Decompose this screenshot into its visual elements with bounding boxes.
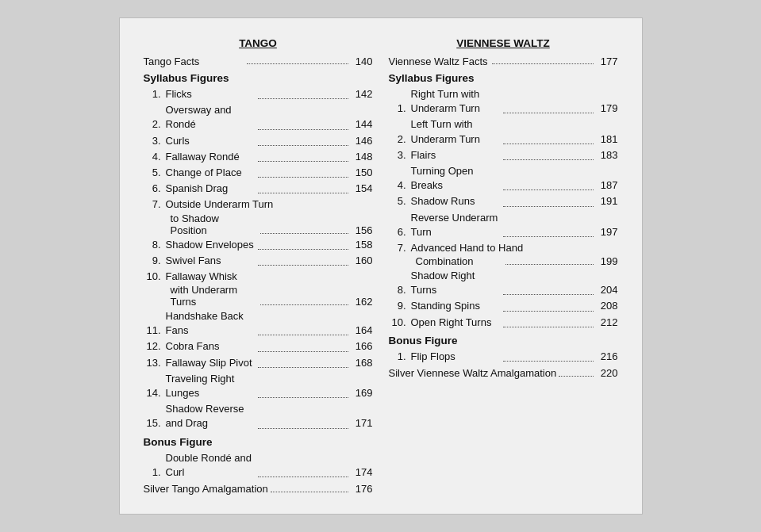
item-dots: [260, 304, 348, 305]
list-item: 3.Flairs183: [389, 148, 618, 163]
item-label: Spanish Drag: [166, 182, 256, 196]
item-dots: [258, 265, 348, 266]
list-item: 12.Cobra Fans166: [144, 339, 373, 354]
item-label: Shadow Right Turns: [411, 269, 502, 297]
tango-bonus-list: 1.Double Rondé and Curl174: [144, 451, 373, 480]
item-page: 154: [351, 182, 373, 196]
tango-bonus-heading: Bonus Figure: [144, 436, 373, 448]
list-item: 5.Change of Place150: [144, 166, 373, 180]
tango-heading: TANGO: [144, 37, 373, 49]
item-page: 199: [596, 255, 618, 267]
list-item: 9.Swivel Fans160: [144, 254, 373, 268]
item-label: Outside Underarm Turn: [166, 197, 373, 212]
item-page: 179: [596, 101, 618, 116]
item-page: 150: [351, 166, 373, 180]
item-number: 7.: [144, 197, 166, 212]
item-page: 144: [351, 117, 373, 132]
tango-column: TANGO Tango Facts 140 Syllabus Figures 1…: [144, 37, 373, 495]
item-dots: [258, 367, 348, 368]
list-item: 1.Flip Flops216: [389, 350, 618, 364]
item-number: 14.: [144, 386, 166, 400]
item-label: Cobra Fans: [166, 339, 256, 354]
viennese-waltz-amalgamation-row: Silver Viennese Waltz Amalgamation 220: [389, 367, 618, 379]
list-item: 7.Outside Underarm Turnto Shadow Positio…: [144, 197, 373, 235]
item-label: Fallaway Slip Pivot: [166, 356, 256, 370]
two-column-layout: TANGO Tango Facts 140 Syllabus Figures 1…: [144, 37, 618, 495]
item-page: 187: [596, 178, 618, 193]
list-item: 8.Shadow Right Turns204: [389, 269, 618, 297]
item-label-cont: to Shadow Position: [171, 212, 259, 236]
item-number: 10.: [389, 316, 411, 330]
viennese-waltz-syllabus-heading: Syllabus Figures: [389, 72, 618, 84]
item-dots: [258, 98, 348, 99]
item-label: Advanced Hand to Hand: [411, 241, 618, 255]
item-label: Traveling Right Lunges: [166, 372, 256, 400]
item-number: 13.: [144, 356, 166, 370]
item-number: 1.: [389, 101, 411, 116]
item-number: 10.: [144, 270, 166, 284]
item-page: 171: [351, 416, 373, 431]
viennese-waltz-amalgamation-page: 220: [596, 367, 618, 379]
item-label-cont: with Underarm Turns: [171, 284, 259, 308]
item-label: Flairs: [411, 148, 502, 163]
item-dots: [258, 193, 348, 193]
viennese-waltz-amalgamation-label: Silver Viennese Waltz Amalgamation: [389, 367, 557, 379]
item-number: 9.: [144, 254, 166, 268]
list-item: 11.Handshake Back Fans164: [144, 309, 373, 338]
item-dots: [503, 327, 594, 327]
item-dots: [503, 294, 594, 295]
item-page: 160: [351, 254, 373, 268]
item-page: 156: [351, 224, 373, 236]
item-dots: [503, 206, 594, 207]
list-item: 4.Turning Open Breaks187: [389, 164, 618, 193]
item-page: 181: [596, 132, 618, 147]
tango-bonus-section: Bonus Figure 1.Double Rondé and Curl174 …: [144, 436, 373, 495]
list-item: 4.Fallaway Rondé148: [144, 150, 373, 164]
item-number: 11.: [144, 323, 166, 338]
item-page: 174: [351, 465, 373, 480]
list-item: 15.Shadow Reverse and Drag171: [144, 402, 373, 431]
tango-facts-label: Tango Facts: [144, 55, 245, 67]
list-item: 7.Advanced Hand to HandCombination199: [389, 241, 618, 267]
item-page: 168: [351, 356, 373, 370]
item-number: 8.: [389, 283, 411, 297]
item-number: 7.: [389, 241, 411, 255]
item-number: 12.: [144, 339, 166, 354]
item-page: 191: [596, 194, 618, 209]
item-label: Shadow Reverse and Drag: [166, 402, 256, 431]
item-number: 15.: [144, 416, 166, 431]
item-label: Curls: [166, 134, 256, 148]
item-number: 4.: [144, 150, 166, 164]
item-number: 1.: [389, 350, 411, 364]
viennese-waltz-facts-label: Viennese Waltz Facts: [389, 55, 490, 67]
item-dots: [503, 159, 594, 160]
item-number: 6.: [389, 225, 411, 239]
item-label: Flicks: [166, 87, 256, 101]
tango-syllabus-heading: Syllabus Figures: [144, 72, 373, 84]
item-dots: [260, 233, 348, 234]
item-dots: [258, 249, 348, 250]
item-page: 169: [351, 386, 373, 400]
item-page: 208: [596, 299, 618, 313]
item-page: 166: [351, 339, 373, 354]
item-label: Right Turn with Underarm Turn: [411, 87, 502, 116]
item-label: Handshake Back Fans: [166, 309, 256, 338]
viennese-waltz-bonus-list: 1.Flip Flops216: [389, 350, 618, 364]
item-number: 9.: [389, 299, 411, 313]
tango-facts-dots: [247, 55, 348, 64]
item-dots: [503, 144, 594, 144]
item-label: Turning Open Breaks: [411, 164, 502, 193]
list-item: 5.Shadow Runs191: [389, 194, 618, 209]
item-label: Standing Spins: [411, 299, 502, 313]
list-item: 1.Double Rondé and Curl174: [144, 451, 373, 480]
viennese-waltz-facts-page: 177: [596, 55, 618, 67]
item-number: 1.: [144, 87, 166, 101]
list-item: 1.Right Turn with Underarm Turn179: [389, 87, 618, 116]
tango-amalgamation-dots: [271, 492, 348, 492]
item-number: 5.: [144, 166, 166, 180]
item-page: 216: [596, 350, 618, 364]
list-item: 3.Curls146: [144, 134, 373, 148]
viennese-waltz-amalgamation-dots: [559, 376, 593, 377]
tango-amalgamation-row: Silver Tango Amalgamation 176: [144, 483, 373, 495]
item-dots: [503, 113, 594, 113]
